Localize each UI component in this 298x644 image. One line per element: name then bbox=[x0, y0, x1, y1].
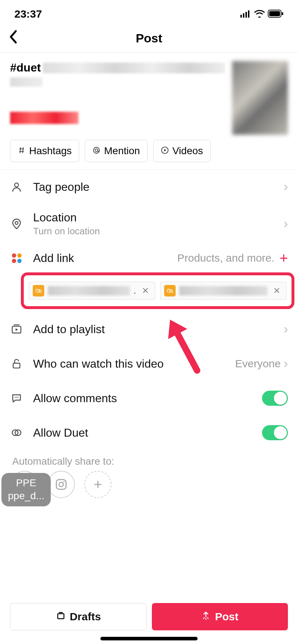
videos-chip[interactable]: Videos bbox=[153, 140, 211, 162]
product-name-redacted bbox=[179, 286, 267, 295]
caption-input[interactable]: #duet bbox=[10, 61, 225, 135]
location-row[interactable]: Location Turn on location › bbox=[0, 204, 298, 244]
svg-rect-3 bbox=[248, 10, 249, 18]
playlist-icon bbox=[10, 323, 23, 335]
svg-rect-1 bbox=[243, 13, 244, 18]
svg-point-15 bbox=[16, 397, 17, 398]
row-label: Location bbox=[33, 211, 274, 224]
button-label: Drafts bbox=[70, 611, 101, 623]
shopping-bag-icon: 🛍 bbox=[33, 285, 44, 296]
page-title: Post bbox=[136, 31, 162, 45]
video-thumbnail[interactable] bbox=[232, 61, 288, 135]
svg-point-7 bbox=[94, 147, 100, 153]
home-indicator[interactable] bbox=[100, 637, 198, 640]
allow-duet-row: Allow Duet bbox=[0, 415, 298, 450]
svg-rect-13 bbox=[13, 363, 20, 368]
mention-chip[interactable]: Mention bbox=[85, 140, 148, 162]
chip-label: Videos bbox=[172, 145, 203, 157]
svg-rect-0 bbox=[240, 15, 242, 18]
duet-icon bbox=[10, 427, 23, 438]
linked-products-highlight: 🛍 . ✕ 🛍 ✕ bbox=[21, 272, 294, 309]
caption-redacted bbox=[10, 112, 78, 124]
trailing-text: . bbox=[134, 286, 136, 296]
row-label: Add to playlist bbox=[33, 323, 274, 336]
svg-point-22 bbox=[59, 482, 63, 487]
svg-point-11 bbox=[15, 221, 18, 224]
add-link-icon bbox=[10, 253, 23, 263]
privacy-value: Everyone bbox=[235, 358, 281, 370]
hash-icon bbox=[18, 145, 26, 157]
svg-rect-6 bbox=[282, 12, 283, 15]
ppe-line1: PPE bbox=[8, 477, 44, 489]
svg-rect-24 bbox=[58, 614, 64, 619]
caption-hashtag: #duet bbox=[10, 61, 41, 74]
bottom-action-bar: Drafts Post bbox=[10, 603, 288, 630]
svg-rect-5 bbox=[269, 11, 280, 16]
drafts-button[interactable]: Drafts bbox=[10, 603, 147, 630]
add-to-playlist-row[interactable]: Add to playlist › bbox=[0, 312, 298, 346]
chevron-right-icon: › bbox=[284, 179, 288, 194]
back-button[interactable] bbox=[9, 29, 18, 47]
caption-helpers: Hashtags Mention Videos bbox=[0, 140, 298, 169]
battery-icon bbox=[268, 8, 284, 20]
caption-redacted bbox=[43, 63, 225, 73]
svg-point-14 bbox=[15, 397, 16, 398]
share-add-more[interactable] bbox=[84, 471, 112, 498]
privacy-row[interactable]: Who can watch this video Everyone › bbox=[0, 346, 298, 381]
status-bar: 23:37 bbox=[0, 0, 298, 24]
caption-redacted bbox=[10, 77, 42, 87]
chevron-right-icon: › bbox=[284, 356, 288, 371]
tag-people-row[interactable]: Tag people › bbox=[0, 170, 298, 204]
row-label: Allow Duet bbox=[33, 426, 252, 440]
at-icon bbox=[92, 145, 100, 157]
lock-icon bbox=[10, 358, 23, 369]
play-circle-icon bbox=[161, 145, 169, 157]
chevron-right-icon: › bbox=[284, 216, 288, 231]
svg-point-8 bbox=[95, 149, 98, 151]
remove-link-button[interactable]: ✕ bbox=[271, 286, 283, 296]
compose-area: #duet bbox=[0, 52, 298, 140]
drafts-icon bbox=[56, 611, 66, 623]
row-label: Allow comments bbox=[33, 392, 252, 405]
hashtags-chip[interactable]: Hashtags bbox=[10, 140, 79, 162]
status-time: 23:37 bbox=[14, 8, 42, 20]
allow-comments-row: Allow comments bbox=[0, 381, 298, 415]
shopping-bag-icon: 🛍 bbox=[164, 285, 176, 296]
svg-rect-21 bbox=[57, 480, 66, 489]
location-icon bbox=[10, 218, 23, 230]
product-link-chip[interactable]: 🛍 . ✕ bbox=[29, 282, 155, 300]
row-label: Tag people bbox=[33, 180, 274, 194]
row-label: Add link bbox=[33, 252, 167, 265]
plus-icon[interactable]: + bbox=[280, 250, 288, 266]
share-instagram[interactable] bbox=[48, 471, 75, 498]
product-link-chip[interactable]: 🛍 ✕ bbox=[160, 282, 286, 300]
allow-duet-toggle[interactable] bbox=[262, 425, 288, 440]
remove-link-button[interactable]: ✕ bbox=[140, 286, 151, 296]
cellular-icon bbox=[240, 8, 251, 20]
add-link-row[interactable]: Add link Products, and more. + bbox=[0, 244, 298, 272]
status-indicators bbox=[240, 8, 284, 20]
ppe-line2: ppe_d... bbox=[8, 489, 44, 502]
wifi-icon bbox=[254, 8, 265, 20]
comment-icon bbox=[10, 392, 23, 404]
allow-comments-toggle[interactable] bbox=[262, 391, 288, 406]
button-label: Post bbox=[215, 611, 238, 623]
product-name-redacted bbox=[48, 286, 130, 295]
post-button[interactable]: Post bbox=[152, 603, 288, 630]
chip-label: Hashtags bbox=[29, 145, 72, 157]
svg-point-10 bbox=[15, 183, 19, 187]
person-icon bbox=[10, 181, 23, 193]
add-link-hint: Products, and more. bbox=[177, 252, 275, 264]
row-sublabel: Turn on location bbox=[33, 226, 274, 237]
chip-label: Mention bbox=[104, 145, 140, 157]
row-label: Who can watch this video bbox=[33, 357, 225, 371]
chevron-right-icon: › bbox=[284, 322, 288, 337]
ppe-overlay-badge[interactable]: PPE ppe_d... bbox=[1, 473, 51, 506]
nav-header: Post bbox=[0, 24, 298, 52]
svg-point-16 bbox=[18, 397, 19, 398]
post-icon bbox=[201, 611, 211, 623]
svg-point-23 bbox=[63, 481, 65, 483]
share-label: Automatically share to: bbox=[0, 450, 298, 471]
svg-rect-2 bbox=[245, 12, 247, 18]
